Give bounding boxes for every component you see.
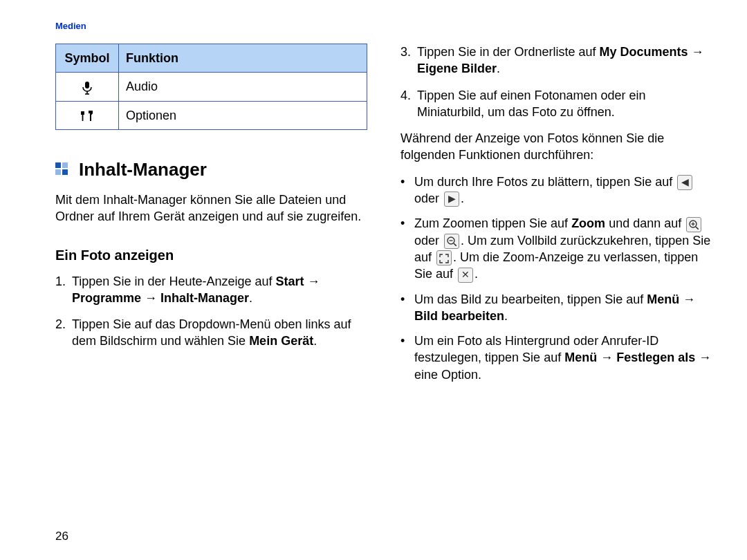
bullet-item: Um durch Ihre Fotos zu blättern, tippen … [400,174,712,207]
section-title: Inhalt-Manager [55,158,367,182]
svg-rect-0 [85,82,89,88]
bullet-text-pre: Zum Zoomen tippen Sie auf [414,216,571,230]
bullet-text-post: . [504,309,508,323]
arrow-right-icon: ▶ [444,192,459,207]
bullet-text-pre: Um durch Ihre Fotos zu blättern, tippen … [414,175,676,189]
cell-label-options: Optionen [119,101,367,129]
heading-squares-icon [55,162,69,176]
bullet-text-mid: oder [414,192,443,205]
step-number: 2. [55,316,72,350]
svg-line-6 [696,227,699,230]
step-text-pre: Tippen Sie auf einen Fotonamen oder ein … [417,88,646,119]
intro-paragraph: Mit dem Inhalt-Manager können Sie alle D… [55,192,367,225]
mid-paragraph: Während der Anzeige von Fotos können Sie… [400,130,712,164]
bullet-text-post: eine Option. [414,368,481,382]
bullet-text-zoom: Zoom [571,216,605,230]
bullet-item: Zum Zoomen tippen Sie auf Zoom und dann … [400,215,712,282]
content-columns: Symbol Funktion [55,44,712,391]
table-row: Optionen [56,101,367,129]
step-text-bold: Mein Gerät [249,334,313,348]
bullet-text-end: . [474,267,478,281]
page-number: 26 [55,530,68,543]
step-text-post: . [313,334,317,348]
section-header: Medien [55,21,712,31]
bullet-text-bold: Menü → Festlegen als → [564,351,711,364]
step-4: 4. Tippen Sie auf einen Fotonamen oder e… [400,87,712,121]
cell-icon-audio [56,73,119,101]
fullscreen-icon [436,250,452,265]
step-number: 3. [400,44,417,77]
step-text: Tippen Sie in der Ordnerliste auf My Doc… [417,44,712,77]
table-header-row: Symbol Funktion [56,44,367,73]
bullet-text-post: . [461,192,464,205]
cell-label-audio: Audio [119,73,367,101]
svg-line-10 [454,243,456,246]
subheading: Ein Foto anzeigen [55,246,367,265]
zoom-in-icon [686,217,701,232]
step-text-pre: Tippen Sie in der Ordnerliste auf [417,45,599,59]
cell-icon-options [56,101,119,129]
bullet-item: Um das Bild zu bearbeiten, tippen Sie au… [400,291,712,325]
section-title-text: Inhalt-Manager [79,158,207,182]
step-number: 1. [55,273,72,307]
bullet-text-pre: Um das Bild zu bearbeiten, tippen Sie au… [414,292,647,306]
step-text: Tippen Sie in der Heute-Anzeige auf Star… [72,273,367,307]
symbol-table: Symbol Funktion [55,44,367,130]
step-2: 2. Tippen Sie auf das Dropdown-Menü oben… [55,316,367,350]
zoom-out-icon [444,234,459,249]
step-text-pre: Tippen Sie in der Heute-Anzeige auf [72,274,276,288]
arrow-left-icon: ◀ [677,175,692,190]
bullet-text-and: und dann auf [605,216,685,230]
step-number: 4. [400,87,417,121]
th-symbol: Symbol [56,44,119,73]
left-column: Symbol Funktion [55,44,367,391]
bullet-item: Um ein Foto als Hintergrund oder Anrufer… [400,333,712,383]
step-text-post: . [497,62,500,75]
close-icon: ✕ [458,268,473,283]
th-function: Funktion [119,44,367,73]
step-text: Tippen Sie auf einen Fotonamen oder ein … [417,87,712,121]
step-text: Tippen Sie auf das Dropdown-Menü oben li… [72,316,367,350]
step-text-post: . [249,291,252,305]
bullet-list: Um durch Ihre Fotos zu blättern, tippen … [400,174,712,383]
page: Medien Symbol Funktion [0,0,747,560]
svg-rect-3 [89,111,93,113]
right-column: 3. Tippen Sie in der Ordnerliste auf My … [400,44,712,391]
table-row: Audio [56,73,367,101]
step-1: 1. Tippen Sie in der Heute-Anzeige auf S… [55,273,367,307]
mic-icon [82,80,93,93]
tools-icon [80,109,95,122]
bullet-text-full2: . Um die Zoom-Anzeige zu verlassen, tipp… [414,250,698,281]
step-3: 3. Tippen Sie in der Ordnerliste auf My … [400,44,712,77]
bullet-text-or: oder [414,234,443,248]
